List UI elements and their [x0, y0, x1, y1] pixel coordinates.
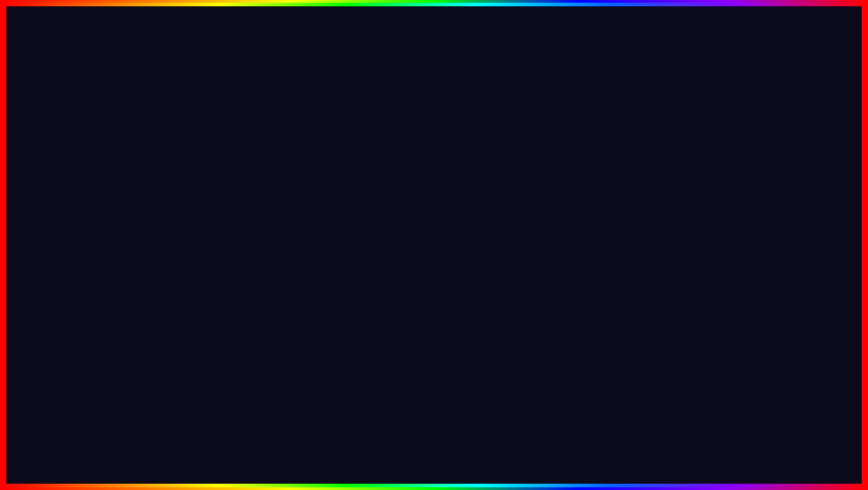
main-container: BLOX FRUITS MOBILE ✔ ANDROID ✔ Material … — [0, 0, 868, 490]
electric-name: Electric — [30, 187, 110, 197]
gui-primary-controls: — ✕ — [435, 131, 457, 140]
sea-event-icon-p: 📈 — [219, 221, 226, 228]
leviathan-count: x1 — [820, 241, 829, 251]
main2-icon: ◇ — [288, 213, 295, 219]
bottom-text-container: SEA EVENT SCRIPT PASTEBIN — [119, 428, 749, 474]
change-speed-boat-row: Change Speed Boat — [347, 289, 527, 304]
sidebar2-item-sea-event[interactable]: 📈 Sea Event — [283, 265, 341, 279]
monster-count: x1 — [820, 138, 829, 147]
health-bar-container: 4000 Health — [277, 150, 457, 160]
item-card-mutant: Material x1 🦷 Mutant Tooth — [25, 236, 115, 306]
electric-count: x19 — [97, 138, 110, 147]
pastebin-bottom: PASTEBIN — [514, 428, 716, 474]
sidebar-item-race-v4[interactable]: 🏁 Race V4 — [213, 245, 272, 259]
set-speed-section: Set Speed 250 Speed — [347, 260, 527, 286]
sidebar-item-main[interactable]: ◇ Main — [213, 162, 272, 176]
sidebar-item-set-position[interactable]: ⚔ Set Position — [213, 232, 272, 245]
sidebar-item-item[interactable]: ☻ Item — [213, 190, 272, 204]
sidebar2-item-main[interactable]: ◇ Main — [283, 209, 341, 223]
svg-text:☠: ☠ — [772, 384, 785, 401]
svg-text:X: X — [784, 384, 795, 401]
mutant-label: Material — [30, 241, 59, 251]
sidebar-item-developer[interactable]: ⚡ Developer — [213, 148, 272, 162]
change-speed-sublabel: Change Speed Boat — [347, 249, 527, 260]
sky2-label: Sky — [298, 310, 308, 317]
svg-text:BL: BL — [744, 384, 763, 401]
main-title: BLOX FRUITS — [164, 12, 704, 84]
set-position-label: Set Position — [228, 235, 260, 242]
sidebar-item-sea-event[interactable]: 📈 Sea Event — [213, 218, 272, 232]
svg-rect-19 — [165, 286, 187, 353]
svg-rect-17 — [187, 169, 210, 259]
change-speed-boat-checkbox[interactable] — [514, 293, 522, 301]
gui-secondary-content: Select Boat PirateGrandBrigade ▲ Select … — [341, 192, 532, 324]
low-health-checkbox[interactable]: ✓ — [449, 166, 457, 174]
set-position2-label: Set Position — [298, 282, 329, 289]
sidebar2-item-race-v4[interactable]: 🏁 Race V4 — [283, 293, 341, 307]
setting-label: Setting — [228, 179, 246, 186]
title-container: BLOX FRUITS — [164, 12, 704, 84]
sidebar2-item-developer[interactable]: ⚡ Developer — [283, 195, 341, 209]
race-v42-label: Race V4 — [298, 296, 321, 303]
race-v4-icon: 🏁 — [219, 249, 226, 256]
sea-event-label-p: Sea Event — [228, 221, 255, 228]
svg-point-14 — [124, 88, 196, 169]
item-icon-p: ☻ — [219, 193, 226, 200]
teleport-label: Teleport — [228, 207, 249, 214]
sidebar2-item-teleport[interactable]: 📍 Teleport — [283, 251, 341, 265]
sidebar2-item-setting[interactable]: ⚙ Setting — [283, 223, 341, 237]
gui-primary-titlebar: Hirimi Hub — ✕ — [213, 128, 462, 144]
set-position2-icon: ⚔ — [288, 282, 295, 289]
health-value: 4000 Health — [353, 152, 382, 158]
leviathan-name: Leviathan Heart — [753, 290, 829, 301]
item-card-leviathan: Material x1 💙 Leviathan Heart — [748, 236, 834, 306]
health-section: 4000 Health Low Health Y Tween ✓ — [277, 150, 457, 177]
teleport2-icon: 📍 — [288, 254, 295, 261]
gui-secondary-sidebar: ⚡ Developer ◇ Main ⚙ Setting ☻ Item 📍 — [283, 192, 341, 324]
speed-bar-container[interactable]: 250 Speed — [351, 274, 522, 283]
quest-sea-event-label: Quest Sea Event — [351, 235, 401, 242]
svg-text:☠: ☠ — [815, 415, 831, 435]
sidebar-item-setting[interactable]: ⚙ Setting — [213, 176, 272, 190]
sidebar2-item-set-position[interactable]: ⚔ Set Position — [283, 279, 341, 293]
svg-marker-11 — [564, 142, 582, 174]
teleport2-label: Teleport — [298, 254, 319, 261]
sidebar2-item-sky[interactable]: 👤 Sky — [283, 307, 341, 321]
sidebar2-item-item[interactable]: ☻ Item — [283, 237, 341, 251]
gui-primary-close[interactable]: ✕ — [448, 131, 457, 140]
svg-text:FRUITS: FRUITS — [744, 404, 790, 418]
select-zone-value-container[interactable]: Zone 4 ▲ — [498, 218, 522, 225]
race-v4-label: Race V4 — [228, 249, 251, 256]
item2-icon: ☻ — [288, 241, 295, 247]
script-bottom: SCRIPT — [389, 433, 505, 469]
svg-point-10 — [665, 124, 674, 133]
select-zone-value: Zone 4 — [498, 218, 516, 225]
set-position-icon: ⚔ — [219, 235, 226, 242]
gui-secondary-close[interactable]: ✕ — [518, 178, 527, 187]
set-speed-title: Set Speed — [351, 264, 522, 271]
sidebar-item-sky[interactable]: 👤 Sky — [213, 259, 272, 273]
gui-primary-title: Hirimi Hub — [219, 132, 255, 140]
mutant-name: Mutant Tooth — [30, 290, 110, 301]
mobile-checkmark: ✔ — [134, 192, 156, 227]
quest-sea-event-checkbox[interactable]: ✓ — [514, 235, 522, 243]
developer-icon: ⚡ — [219, 151, 226, 158]
teleport-icon: 📍 — [219, 207, 226, 214]
select-boat-value-container[interactable]: PirateGrandBrigade ▲ — [464, 201, 522, 208]
svg-marker-12 — [717, 142, 735, 174]
monster-name: Monster Magnet — [753, 187, 829, 197]
electric-label: Material — [30, 138, 59, 147]
gui-secondary-minimize[interactable]: — — [505, 178, 514, 187]
select-boat-chevron: ▲ — [518, 202, 522, 207]
gui-secondary-titlebar: Hirimi Hub — ✕ — [283, 175, 532, 192]
sidebar-item-teleport[interactable]: 📍 Teleport — [213, 204, 272, 218]
gui-secondary-controls: — ✕ — [505, 178, 527, 187]
android-checkmark: ✔ — [154, 230, 176, 265]
developer2-icon: ⚡ — [288, 199, 295, 205]
mutant-icon: 🦷 — [48, 253, 93, 289]
gui-primary-sidebar: ⚡ Developer ◇ Main ⚙ Setting ☻ Item 📍 — [213, 144, 272, 277]
gui-primary-minimize[interactable]: — — [435, 131, 444, 140]
svg-rect-18 — [133, 286, 156, 353]
main2-label: Main — [298, 213, 311, 219]
select-zone-label: Select Zone — [351, 218, 387, 225]
